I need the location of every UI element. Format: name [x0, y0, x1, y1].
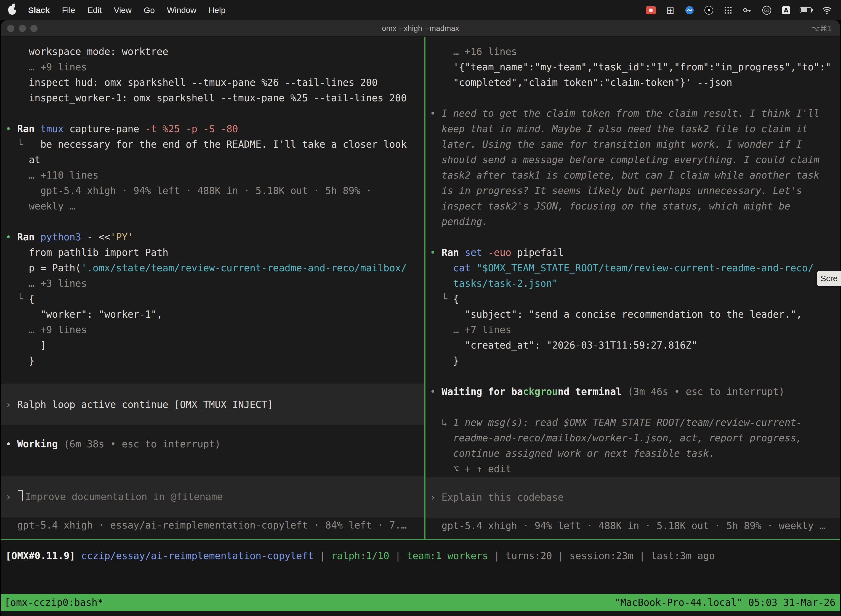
text-segment: ›	[6, 489, 17, 505]
menu-item-window[interactable]: Window	[167, 6, 196, 15]
text-segment: … +110 lines	[6, 170, 98, 181]
terminal-line: "completed","claim_token":"claim-token"}…	[430, 75, 835, 90]
terminal-line: is in progress? It seems likely but perh…	[430, 183, 835, 198]
terminal-line	[6, 106, 420, 121]
zoom-button[interactable]	[30, 25, 38, 32]
screen-recording-indicator[interactable]	[645, 4, 657, 16]
blue-app-icon[interactable]	[684, 4, 695, 16]
text-segment: •	[6, 439, 17, 450]
terminal-line: '{"team_name":"my-team","task_id":"1","f…	[430, 59, 835, 75]
terminal-window: omx --xhigh --madmax ⌥⌘1 workspace_mode:…	[1, 21, 840, 616]
wifi-icon[interactable]	[821, 4, 833, 16]
battery-icon[interactable]	[800, 4, 813, 16]
terminal-line: "created_at": "2026-03-31T11:59:27.816Z"	[430, 337, 835, 353]
text-segment: Working	[17, 439, 58, 450]
right-pane[interactable]: … +16 lines '{"team_name":"my-team","tas…	[425, 37, 840, 539]
bottom-status-region: [OMX#0.11.9] cczip/essay/ai-reimplementa…	[1, 539, 840, 616]
terminal-line: ↳ 1 new msg(s): read $OMX_TEAM_STATE_ROO…	[430, 415, 835, 430]
tmux-status-bar: [omx-cczip0:bash* "MacBook-Pro-44.local"…	[1, 594, 840, 611]
menu-item-file[interactable]: File	[62, 6, 75, 15]
text-segment: … +9 lines	[6, 324, 87, 335]
terminal-line: ⌥ + ↑ edit	[430, 461, 835, 477]
text-segment: '{"team_name":"my-team","task_id":"1","f…	[430, 62, 831, 73]
menu-item-slack[interactable]: Slack	[28, 6, 50, 15]
text-segment	[471, 263, 476, 273]
text-segment	[430, 263, 453, 273]
text-segment: team:1 workers	[407, 550, 488, 561]
minimize-button[interactable]	[19, 25, 26, 32]
prompt-band[interactable]: › Improve documentation in @filename	[1, 476, 424, 518]
text-segment: |	[314, 550, 331, 561]
text-segment: inspect task2's JSON, focusing on the st…	[430, 201, 790, 212]
prompt-band[interactable]: › Ralph loop active continue [OMX_TMUX_I…	[1, 384, 424, 425]
menu-bar: SlackFileEditViewGoWindowHelp ⊞61A	[0, 0, 841, 21]
menu-item-edit[interactable]: Edit	[88, 6, 102, 15]
svg-text:61: 61	[764, 8, 769, 13]
text-segment: '.omx/state/team/review-current-readme-a…	[81, 263, 407, 273]
menu-item-go[interactable]: Go	[144, 6, 155, 15]
terminal-line	[430, 90, 835, 106]
terminal-line: "subject": "send a concise recommendatio…	[430, 307, 835, 322]
text-segment: weekly …	[6, 201, 75, 212]
text-segment: •	[430, 386, 441, 397]
screenshot-overlay[interactable]: Scre	[817, 271, 841, 286]
text-segment: python3	[40, 232, 81, 243]
text-segment: Ran	[17, 123, 35, 134]
text-segment: from pathlib import Path	[6, 247, 168, 258]
text-segment: workspace_mode: worktree	[6, 46, 168, 57]
menu-status-icons: ⊞61A	[645, 4, 833, 16]
text-segment: … +3 lines	[6, 278, 87, 289]
prompt-band[interactable]: › Explain this codebase	[425, 477, 840, 518]
text-segment: inspect_worker-1: omx sparkshell --tmux-…	[6, 92, 407, 104]
text-segment: tasks/task-2.json"	[430, 278, 558, 289]
text-segment: ›	[430, 490, 441, 505]
text-segment: "created_at": "2026-03-31T11:59:27.816Z"	[430, 340, 697, 351]
terminal-line: • Ran tmux capture-pane -t %25 -p -S -80	[6, 121, 420, 136]
key-icon[interactable]	[742, 4, 753, 16]
menu-item-view[interactable]: View	[114, 6, 131, 15]
badge-61-icon[interactable]: 61	[761, 4, 772, 16]
text-segment: pipefail	[511, 247, 564, 258]
close-button[interactable]	[7, 25, 14, 32]
text-segment: "subject": "send a concise recommendatio…	[430, 309, 802, 320]
window-shortcut: ⌥⌘1	[812, 24, 840, 33]
text-segment	[35, 232, 40, 243]
text-segment: Ralph loop active continue [OMX_TMUX_INJ…	[17, 397, 273, 412]
text-segment: |	[552, 550, 570, 561]
terminal-line: cat "$OMX_TEAM_STATE_ROOT/team/review-cu…	[430, 260, 835, 276]
text-segment: }	[430, 355, 459, 366]
left-pane[interactable]: workspace_mode: worktree … +9 lines insp…	[1, 37, 424, 539]
text-segment: "worker": "worker-1",	[6, 309, 163, 320]
text-segment: "completed","claim_token":"claim-token"}…	[430, 77, 732, 88]
terminal-line: … +110 lines	[6, 167, 420, 183]
menu-item-help[interactable]: Help	[209, 6, 226, 15]
text-segment: gpt-5.4 xhigh · essay/ai-reimplementatio…	[6, 520, 407, 531]
text-segment: at	[6, 154, 40, 165]
text-segment: └	[6, 293, 29, 304]
terminal-line: • Working (6m 38s • esc to interrupt)	[6, 436, 420, 452]
text-segment: •	[430, 108, 441, 119]
text-segment: Improve documentation in @filename	[25, 489, 223, 505]
terminal-line: ]	[6, 337, 420, 353]
text-segment: Ran	[17, 232, 35, 243]
window-title: omx --xhigh --madmax	[1, 24, 840, 33]
grid-icon[interactable]: ⊞	[664, 4, 676, 16]
terminal-line: should send a message before completing …	[430, 152, 835, 167]
text-segment	[482, 247, 488, 258]
dots-grid-icon[interactable]	[722, 4, 734, 16]
text-segment: capture-pane	[64, 123, 145, 134]
terminal-line: }	[430, 353, 835, 368]
terminal-line: later. Using the same for transition mig…	[430, 136, 835, 152]
tmux-host-clock-label: "MacBook-Pro-44.local" 05:03 31-Mar-26	[614, 597, 837, 608]
dark-app-icon[interactable]	[703, 4, 715, 16]
text-segment: •	[6, 123, 17, 134]
input-source-icon[interactable]: A	[780, 4, 792, 16]
terminal-line: … +3 lines	[6, 276, 420, 291]
terminal-line: "worker": "worker-1",	[6, 307, 420, 322]
terminal-line: tasks/task-2.json"	[430, 276, 835, 291]
terminal-line: • Ran set -euo pipefail	[430, 245, 835, 260]
apple-menu-icon[interactable]	[8, 6, 16, 15]
text-segment: readme-and-reco/mailbox/worker-1.json, a…	[430, 433, 802, 443]
text-segment: -t %25 -p -S -80	[145, 123, 238, 134]
omx-status-line: [OMX#0.11.9] cczip/essay/ai-reimplementa…	[1, 540, 840, 563]
